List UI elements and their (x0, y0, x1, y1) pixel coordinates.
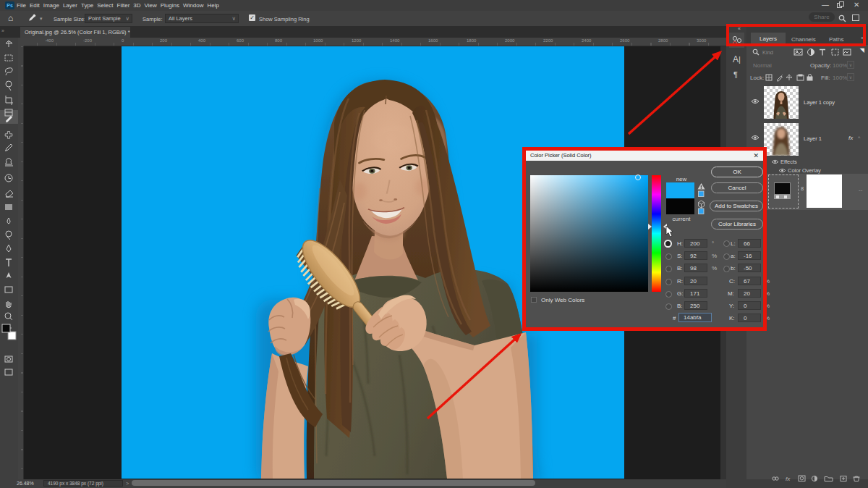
svg-text:fx: fx (786, 476, 791, 482)
